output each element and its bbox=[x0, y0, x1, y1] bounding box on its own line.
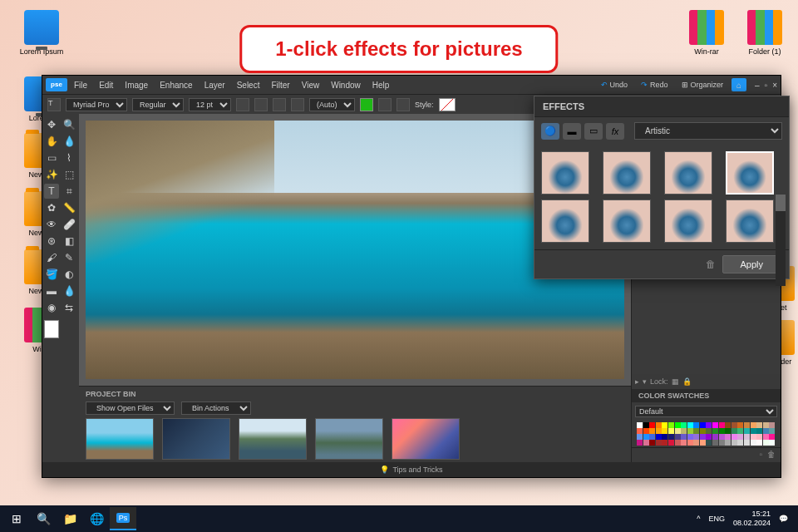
lasso-tool[interactable]: ⌇ bbox=[62, 150, 76, 165]
desktop-icon-pc[interactable]: Lorem Ipsum bbox=[17, 10, 66, 56]
swatches-set-select[interactable]: Default bbox=[635, 406, 777, 417]
effect-thumb[interactable] bbox=[541, 200, 589, 243]
new-swatch-icon[interactable]: ▫ bbox=[759, 450, 762, 461]
color-swatch[interactable] bbox=[693, 440, 699, 446]
marquee-tool[interactable]: ▭ bbox=[44, 150, 59, 165]
brush-tool[interactable]: 🖌 bbox=[44, 250, 59, 265]
pse-taskbar-button[interactable]: Ps bbox=[110, 507, 136, 530]
color-swatch[interactable] bbox=[687, 422, 693, 428]
desktop-icon-rar[interactable]: Win-rar bbox=[682, 10, 732, 56]
bin-thumb[interactable] bbox=[315, 418, 383, 460]
color-swatch[interactable] bbox=[732, 422, 737, 428]
color-swatch[interactable] bbox=[706, 440, 712, 446]
color-swatch[interactable] bbox=[706, 422, 712, 428]
color-swatch[interactable] bbox=[643, 422, 649, 428]
home-button[interactable]: ⌂ bbox=[732, 78, 746, 91]
redeye-tool[interactable]: 👁 bbox=[44, 217, 59, 232]
color-swatch[interactable] bbox=[712, 440, 718, 446]
style-swatch[interactable] bbox=[439, 98, 456, 111]
tray-chevron-icon[interactable]: ^ bbox=[697, 515, 700, 523]
menu-file[interactable]: File bbox=[69, 79, 92, 91]
color-swatch[interactable] bbox=[693, 428, 699, 434]
color-swatch[interactable] bbox=[675, 434, 681, 440]
tool-preset-icon[interactable]: T bbox=[47, 98, 61, 111]
antialias-icon[interactable] bbox=[236, 98, 249, 111]
lock-all-icon[interactable]: 🔒 bbox=[682, 377, 692, 386]
organizer-button[interactable]: ⊞Organizer bbox=[677, 79, 729, 91]
color-swatch[interactable] bbox=[643, 434, 649, 440]
effect-thumb[interactable] bbox=[603, 151, 651, 195]
color-swatch[interactable] bbox=[712, 428, 718, 434]
menu-window[interactable]: Window bbox=[326, 79, 366, 91]
redo-button[interactable]: ↷Redo bbox=[636, 79, 673, 91]
color-swatch[interactable] bbox=[662, 422, 667, 428]
gradient-tool[interactable]: ◐ bbox=[62, 267, 76, 282]
close-button[interactable]: × bbox=[772, 81, 777, 90]
fx-tab-all[interactable]: fx bbox=[606, 123, 624, 140]
effect-thumb[interactable] bbox=[726, 200, 774, 243]
color-swatch[interactable] bbox=[656, 428, 662, 434]
menu-help[interactable]: Help bbox=[367, 79, 395, 91]
color-swatch[interactable] bbox=[649, 440, 655, 446]
orient-icon[interactable] bbox=[397, 98, 410, 111]
color-swatch[interactable] bbox=[668, 440, 674, 446]
bin-thumb[interactable] bbox=[162, 418, 230, 460]
color-swatch[interactable] bbox=[662, 440, 667, 446]
color-swatch[interactable] bbox=[681, 422, 687, 428]
bin-thumb[interactable] bbox=[392, 418, 460, 460]
color-swatch[interactable] bbox=[732, 428, 737, 434]
color-swatch[interactable] bbox=[649, 422, 655, 428]
effect-thumb[interactable] bbox=[603, 200, 651, 243]
color-swatch[interactable] bbox=[719, 434, 725, 440]
desktop-icon-rar[interactable]: Folder (1) bbox=[740, 10, 790, 56]
color-swatch[interactable] bbox=[643, 428, 649, 434]
color-swatch[interactable] bbox=[763, 428, 769, 434]
color-swatch[interactable] bbox=[706, 428, 712, 434]
menu-filter[interactable]: Filter bbox=[266, 79, 294, 91]
color-swatch[interactable] bbox=[769, 428, 775, 434]
zoom-tool[interactable]: 🔍 bbox=[62, 117, 76, 132]
color-swatch[interactable] bbox=[756, 440, 762, 446]
color-swatch[interactable] bbox=[706, 434, 712, 440]
color-swatch[interactable] bbox=[662, 434, 667, 440]
color-swatch[interactable] bbox=[737, 422, 743, 428]
color-swatch[interactable] bbox=[737, 434, 743, 440]
fx-tab-filters[interactable]: 🔵 bbox=[541, 123, 559, 140]
color-swatch[interactable] bbox=[712, 422, 718, 428]
color-swatch[interactable] bbox=[681, 434, 687, 440]
color-swatch[interactable] bbox=[725, 440, 731, 446]
color-swatch[interactable] bbox=[756, 434, 762, 440]
font-weight-select[interactable]: Regular bbox=[132, 98, 184, 111]
color-swatch[interactable] bbox=[687, 440, 693, 446]
sponge-tool[interactable]: ◉ bbox=[44, 300, 59, 315]
heal-tool[interactable]: 🩹 bbox=[62, 217, 76, 232]
color-swatch[interactable] bbox=[693, 434, 699, 440]
wand-tool[interactable]: ✨ bbox=[44, 167, 59, 182]
color-swatch[interactable] bbox=[656, 422, 662, 428]
crop-tool[interactable]: ⌗ bbox=[62, 184, 76, 199]
bin-thumb[interactable] bbox=[86, 418, 154, 460]
color-swatch[interactable] bbox=[656, 440, 662, 446]
effect-thumb[interactable] bbox=[541, 151, 589, 195]
hand-tool[interactable]: ✋ bbox=[44, 134, 59, 149]
color-swatch[interactable] bbox=[769, 440, 775, 446]
menu-view[interactable]: View bbox=[297, 79, 325, 91]
minimize-button[interactable]: – bbox=[755, 81, 760, 90]
color-swatch[interactable] bbox=[675, 422, 681, 428]
fx-category-select[interactable]: Artistic bbox=[634, 122, 782, 140]
color-swatch[interactable] bbox=[737, 440, 743, 446]
color-swatch[interactable] bbox=[756, 422, 762, 428]
font-family-select[interactable]: Myriad Pro bbox=[66, 98, 127, 111]
bin-show-select[interactable]: Show Open Files bbox=[86, 401, 175, 415]
fx-tab-styles[interactable]: ▬ bbox=[563, 123, 581, 140]
menu-edit[interactable]: Edit bbox=[94, 79, 118, 91]
color-swatch[interactable] bbox=[675, 428, 681, 434]
color-swatch[interactable] bbox=[719, 422, 725, 428]
language-indicator[interactable]: ENG bbox=[708, 515, 725, 523]
color-swatch[interactable] bbox=[744, 428, 750, 434]
blur-tool[interactable]: 💧 bbox=[62, 283, 76, 298]
color-swatch[interactable] bbox=[712, 434, 718, 440]
color-swatch[interactable] bbox=[700, 422, 706, 428]
search-button[interactable]: 🔍 bbox=[30, 507, 57, 530]
color-swatch[interactable] bbox=[725, 422, 731, 428]
